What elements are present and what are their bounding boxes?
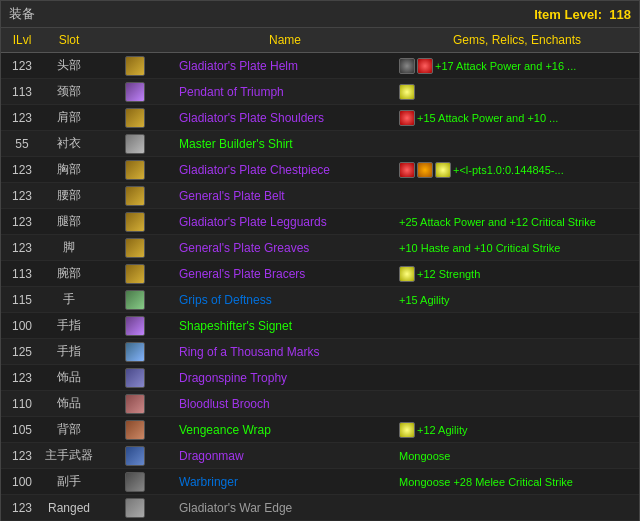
item-icon bbox=[125, 82, 145, 102]
cell-gems-enchants bbox=[395, 402, 639, 406]
table-row[interactable]: 100手指Shapeshifter's Signet bbox=[1, 313, 639, 339]
cell-icon bbox=[95, 262, 175, 286]
item-icon bbox=[125, 368, 145, 388]
enchant-text: +12 Agility bbox=[417, 424, 467, 436]
cell-name[interactable]: Gladiator's Plate Chestpiece bbox=[175, 161, 395, 179]
cell-ilvl: 110 bbox=[1, 395, 43, 413]
gem-icon bbox=[399, 58, 415, 74]
cell-icon bbox=[95, 392, 175, 416]
table-row[interactable]: 123主手武器DragonmawMongoose bbox=[1, 443, 639, 469]
cell-gems-enchants bbox=[395, 506, 639, 510]
item-icon bbox=[125, 56, 145, 76]
gem-icon bbox=[399, 84, 415, 100]
table-row[interactable]: 115手Grips of Deftness+15 Agility bbox=[1, 287, 639, 313]
cell-name[interactable]: Gladiator's Plate Shoulders bbox=[175, 109, 395, 127]
table-row[interactable]: 123胸部Gladiator's Plate Chestpiece+<l-pts… bbox=[1, 157, 639, 183]
item-icon bbox=[125, 160, 145, 180]
cell-gems-enchants bbox=[395, 194, 639, 198]
cell-ilvl: 123 bbox=[1, 213, 43, 231]
cell-slot: 衬衣 bbox=[43, 133, 95, 154]
cell-ilvl: 113 bbox=[1, 83, 43, 101]
cell-name[interactable]: Gladiator's War Edge bbox=[175, 499, 395, 517]
item-icon bbox=[125, 186, 145, 206]
cell-name[interactable]: Gladiator's Plate Helm bbox=[175, 57, 395, 75]
cell-icon bbox=[95, 470, 175, 494]
cell-slot: 腿部 bbox=[43, 211, 95, 232]
col-header-gems: Gems, Relics, Enchants bbox=[395, 31, 639, 49]
enchant-text: +25 Attack Power and +12 Critical Strike bbox=[399, 216, 596, 228]
cell-icon bbox=[95, 444, 175, 468]
table-row[interactable]: 123头部Gladiator's Plate Helm+17 Attack Po… bbox=[1, 53, 639, 79]
enchant-text: Mongoose bbox=[399, 450, 450, 462]
cell-name[interactable]: Dragonspine Trophy bbox=[175, 369, 395, 387]
cell-gems-enchants bbox=[395, 376, 639, 380]
cell-ilvl: 123 bbox=[1, 447, 43, 465]
item-icon bbox=[125, 498, 145, 518]
cell-name[interactable]: General's Plate Belt bbox=[175, 187, 395, 205]
cell-icon bbox=[95, 314, 175, 338]
gem-icon bbox=[417, 58, 433, 74]
cell-slot: 腕部 bbox=[43, 263, 95, 284]
table-row[interactable]: 110饰品Bloodlust Brooch bbox=[1, 391, 639, 417]
item-level-display: Item Level: 118 bbox=[534, 7, 631, 22]
gem-icon bbox=[399, 422, 415, 438]
cell-name[interactable]: Dragonmaw bbox=[175, 447, 395, 465]
cell-slot: 脚 bbox=[43, 237, 95, 258]
item-icon bbox=[125, 394, 145, 414]
cell-icon bbox=[95, 340, 175, 364]
table-row[interactable]: 123饰品Dragonspine Trophy bbox=[1, 365, 639, 391]
item-icon bbox=[125, 316, 145, 336]
cell-ilvl: 123 bbox=[1, 187, 43, 205]
item-icon bbox=[125, 290, 145, 310]
table-row[interactable]: 125手指Ring of a Thousand Marks bbox=[1, 339, 639, 365]
table-row[interactable]: 123腰部General's Plate Belt bbox=[1, 183, 639, 209]
top-bar: 装备 Item Level: 118 bbox=[1, 1, 639, 28]
cell-name[interactable]: Warbringer bbox=[175, 473, 395, 491]
cell-slot: 颈部 bbox=[43, 81, 95, 102]
cell-name[interactable]: Gladiator's Plate Legguards bbox=[175, 213, 395, 231]
enchant-text: +12 Strength bbox=[417, 268, 480, 280]
enchant-text: Mongoose +28 Melee Critical Strike bbox=[399, 476, 573, 488]
cell-slot: 手指 bbox=[43, 315, 95, 336]
item-level-value: 118 bbox=[609, 7, 631, 22]
table-row[interactable]: 113颈部Pendant of Triumph bbox=[1, 79, 639, 105]
cell-icon bbox=[95, 184, 175, 208]
gem-icon bbox=[399, 266, 415, 282]
table-row[interactable]: 123肩部Gladiator's Plate Shoulders+15 Atta… bbox=[1, 105, 639, 131]
cell-name[interactable]: Vengeance Wrap bbox=[175, 421, 395, 439]
cell-slot: 肩部 bbox=[43, 107, 95, 128]
enchant-text: +17 Attack Power and +16 ... bbox=[435, 60, 576, 72]
cell-ilvl: 115 bbox=[1, 291, 43, 309]
cell-name[interactable]: Bloodlust Brooch bbox=[175, 395, 395, 413]
cell-gems-enchants: +<l-pts1.0:0.144845-... bbox=[395, 160, 639, 180]
cell-name[interactable]: Shapeshifter's Signet bbox=[175, 317, 395, 335]
enchant-text: +10 Haste and +10 Critical Strike bbox=[399, 242, 560, 254]
cell-icon bbox=[95, 106, 175, 130]
cell-gems-enchants: +17 Attack Power and +16 ... bbox=[395, 56, 639, 76]
cell-icon bbox=[95, 132, 175, 156]
cell-name[interactable]: Grips of Deftness bbox=[175, 291, 395, 309]
table-row[interactable]: 123脚General's Plate Greaves+10 Haste and… bbox=[1, 235, 639, 261]
cell-name[interactable]: General's Plate Greaves bbox=[175, 239, 395, 257]
cell-name[interactable]: Master Builder's Shirt bbox=[175, 135, 395, 153]
table-row[interactable]: 113腕部General's Plate Bracers+12 Strength bbox=[1, 261, 639, 287]
cell-slot: 饰品 bbox=[43, 367, 95, 388]
panel-title: 装备 bbox=[9, 5, 35, 23]
cell-name[interactable]: Pendant of Triumph bbox=[175, 83, 395, 101]
item-icon bbox=[125, 446, 145, 466]
cell-name[interactable]: Ring of a Thousand Marks bbox=[175, 343, 395, 361]
item-icon bbox=[125, 212, 145, 232]
table-row[interactable]: 123RangedGladiator's War Edge bbox=[1, 495, 639, 521]
cell-icon bbox=[95, 236, 175, 260]
cell-slot: Ranged bbox=[43, 499, 95, 517]
cell-ilvl: 123 bbox=[1, 239, 43, 257]
cell-slot: 背部 bbox=[43, 419, 95, 440]
table-row[interactable]: 100副手WarbringerMongoose +28 Melee Critic… bbox=[1, 469, 639, 495]
table-row[interactable]: 123腿部Gladiator's Plate Legguards+25 Atta… bbox=[1, 209, 639, 235]
table-row[interactable]: 105背部Vengeance Wrap+12 Agility bbox=[1, 417, 639, 443]
item-icon bbox=[125, 134, 145, 154]
cell-name[interactable]: General's Plate Bracers bbox=[175, 265, 395, 283]
cell-slot: 手 bbox=[43, 289, 95, 310]
cell-ilvl: 123 bbox=[1, 161, 43, 179]
table-row[interactable]: 55衬衣Master Builder's Shirt bbox=[1, 131, 639, 157]
